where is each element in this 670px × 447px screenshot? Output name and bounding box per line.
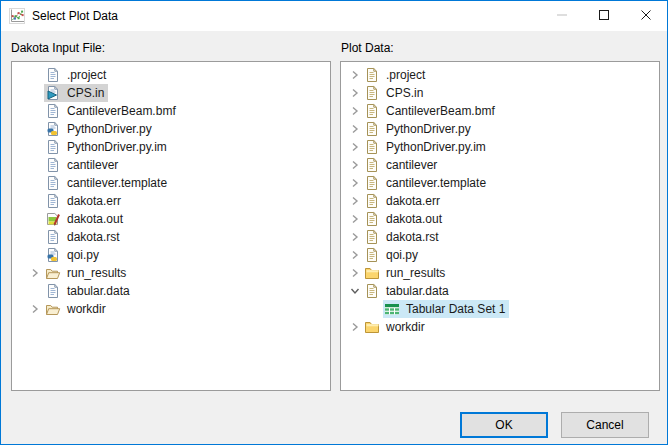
- tree-item-tabular-data[interactable]: tabular.data: [341, 282, 659, 300]
- tree-item-dakota-out[interactable]: dakota.out: [341, 210, 659, 228]
- tree-item-label: dakota.rst: [67, 228, 120, 246]
- folder-open-icon: [45, 301, 61, 317]
- chevron-right-icon[interactable]: [346, 193, 363, 209]
- file-tan-icon: [364, 175, 380, 191]
- chevron-right-icon[interactable]: [346, 319, 363, 335]
- minimize-button[interactable]: [541, 1, 583, 31]
- file-icon: [45, 139, 61, 155]
- tree-item-tabular-data-set-1[interactable]: Tabular Data Set 1: [341, 300, 659, 318]
- chevron-right-icon[interactable]: [25, 301, 44, 317]
- file-tan-icon: [364, 193, 380, 209]
- tree-item-label: dakota.rst: [386, 228, 439, 246]
- left-panel-label: Dakota Input File:: [11, 41, 105, 55]
- minimize-icon: [557, 9, 567, 23]
- tree-item-cantilever[interactable]: cantilever: [12, 156, 330, 174]
- tree-item-workdir[interactable]: workdir: [341, 318, 659, 336]
- tree-item-label: CantileverBeam.bmf: [386, 102, 495, 120]
- tree-item-cantileverbeam-bmf[interactable]: CantileverBeam.bmf: [12, 102, 330, 120]
- chevron-right-icon[interactable]: [346, 265, 363, 281]
- chevron-right-icon[interactable]: [346, 67, 363, 83]
- file-tan-icon: [364, 211, 380, 227]
- tree-item-content: qoi.py: [363, 246, 422, 264]
- window-title: Select Plot Data: [32, 9, 541, 23]
- tree-item-cps-in[interactable]: CPS.in: [12, 84, 330, 102]
- chevron-right-icon[interactable]: [346, 139, 363, 155]
- chevron-right-icon[interactable]: [346, 175, 363, 191]
- tree-item-content: CantileverBeam.bmf: [44, 102, 180, 120]
- tree-item-pythondriver-py[interactable]: PythonDriver.py: [341, 120, 659, 138]
- chevron-down-icon[interactable]: [346, 283, 363, 299]
- tree-item-project[interactable]: .project: [12, 66, 330, 84]
- chevron-right-icon[interactable]: [346, 247, 363, 263]
- table-data-icon: [384, 301, 400, 317]
- chevron-right-icon[interactable]: [346, 103, 363, 119]
- tree-item-content: workdir: [363, 318, 429, 336]
- chevron-right-icon[interactable]: [25, 265, 44, 281]
- tree-item-cantilever-template[interactable]: cantilever.template: [12, 174, 330, 192]
- tree-item-pythondriver-py-im[interactable]: PythonDriver.py.im: [12, 138, 330, 156]
- chevron-right-icon[interactable]: [346, 211, 363, 227]
- tree-item-label: tabular.data: [67, 282, 130, 300]
- tree-item-label: .project: [386, 66, 425, 84]
- tree-item-content: Tabular Data Set 1: [383, 300, 509, 318]
- chevron-right-icon[interactable]: [346, 229, 363, 245]
- tree-item-content: cantilever.template: [363, 174, 490, 192]
- tree-item-run-results[interactable]: run_results: [12, 264, 330, 282]
- file-tan-icon: [364, 247, 380, 263]
- cancel-button[interactable]: Cancel: [561, 412, 649, 438]
- tree-item-label: dakota.out: [386, 210, 442, 228]
- tree-item-qoi-py[interactable]: qoi.py: [12, 246, 330, 264]
- tree-item-label: PythonDriver.py: [67, 120, 152, 138]
- python-file-icon: [45, 121, 61, 137]
- file-tan-icon: [364, 229, 380, 245]
- tree-item-label: run_results: [67, 264, 126, 282]
- tree-item-cantilever-template[interactable]: cantilever.template: [341, 174, 659, 192]
- tree-item-project[interactable]: .project: [341, 66, 659, 84]
- tree-item-workdir[interactable]: workdir: [12, 300, 330, 318]
- tree-item-label: CPS.in: [386, 84, 423, 102]
- tree-item-dakota-err[interactable]: dakota.err: [12, 192, 330, 210]
- tree-item-content: cantilever: [363, 156, 441, 174]
- tree-item-cantileverbeam-bmf[interactable]: CantileverBeam.bmf: [341, 102, 659, 120]
- file-tan-icon: [364, 85, 380, 101]
- tree-item-content: dakota.out: [44, 210, 127, 228]
- tree-item-pythondriver-py-im[interactable]: PythonDriver.py.im: [341, 138, 659, 156]
- tree-item-dakota-rst[interactable]: dakota.rst: [341, 228, 659, 246]
- file-icon: [45, 175, 61, 191]
- chevron-slot: [25, 139, 44, 155]
- tree-item-dakota-err[interactable]: dakota.err: [341, 192, 659, 210]
- right-panel-label: Plot Data:: [341, 41, 394, 55]
- tree-item-cps-in[interactable]: CPS.in: [341, 84, 659, 102]
- chevron-slot: [25, 193, 44, 209]
- tree-item-qoi-py[interactable]: qoi.py: [341, 246, 659, 264]
- tree-item-cantilever[interactable]: cantilever: [341, 156, 659, 174]
- tree-item-content: dakota.err: [44, 192, 125, 210]
- chevron-right-icon[interactable]: [346, 85, 363, 101]
- tree-item-pythondriver-py[interactable]: PythonDriver.py: [12, 120, 330, 138]
- close-button[interactable]: [625, 1, 667, 31]
- tree-item-label: dakota.err: [67, 192, 121, 210]
- file-tan-icon: [364, 103, 380, 119]
- folder-open-icon: [45, 265, 61, 281]
- tree-item-content: cantilever.template: [44, 174, 171, 192]
- plot-icon: [9, 8, 25, 24]
- tree-item-label: workdir: [67, 300, 106, 318]
- chevron-slot: [25, 67, 44, 83]
- file-icon: [45, 157, 61, 173]
- maximize-icon: [599, 9, 609, 23]
- chevron-right-icon[interactable]: [346, 121, 363, 137]
- dakota-input-file-tree: .projectCPS.inCantileverBeam.bmfPythonDr…: [11, 61, 331, 391]
- tree-item-tabular-data[interactable]: tabular.data: [12, 282, 330, 300]
- tree-item-dakota-rst[interactable]: dakota.rst: [12, 228, 330, 246]
- tree-item-content: dakota.rst: [44, 228, 124, 246]
- tree-item-run-results[interactable]: run_results: [341, 264, 659, 282]
- ok-button[interactable]: OK: [460, 412, 548, 438]
- tree-item-label: cantilever: [386, 156, 437, 174]
- tree-item-label: PythonDriver.py.im: [67, 138, 167, 156]
- tree-item-dakota-out[interactable]: dakota.out: [12, 210, 330, 228]
- chevron-slot: [366, 301, 383, 317]
- maximize-button[interactable]: [583, 1, 625, 31]
- select-plot-data-dialog: Select Plot Data Dakota Input File: Plot…: [0, 0, 668, 445]
- tree-item-content: PythonDriver.py: [44, 120, 156, 138]
- chevron-right-icon[interactable]: [346, 157, 363, 173]
